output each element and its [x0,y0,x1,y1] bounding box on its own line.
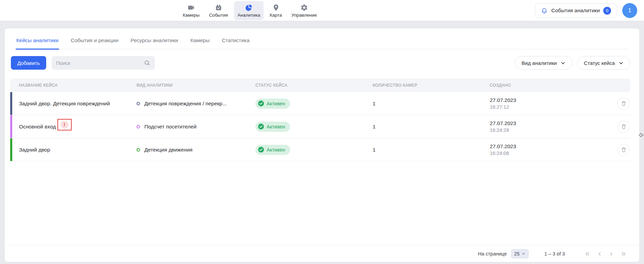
warning-annotation-box: ! [57,119,72,130]
events-count-badge: 0 [603,7,611,15]
add-button[interactable]: Добавить [11,56,46,70]
filter-label: Статус кейса [584,60,615,66]
analytics-type-label: Подсчет посетителей [144,124,197,130]
nav-item-events[interactable]: События [205,1,231,20]
first-page-button[interactable]: « [585,250,590,258]
analytics-events-button[interactable]: События аналитики 0 [535,3,617,18]
last-page-button[interactable]: » [621,250,626,258]
search-input[interactable] [56,60,144,66]
table-header: НАЗВАНИЕ КЕЙСА ВИД АНАЛИТИКИ СТАТУС КЕЙС… [10,78,630,92]
next-page-button[interactable]: › [610,250,613,258]
filters: Вид аналитики Статус кейса [515,56,630,70]
per-page-label: На странице [478,251,507,257]
search-field[interactable] [52,56,155,70]
tab-analytics-resources[interactable]: Ресурсы аналитики [130,35,179,49]
camera-count: 1 [373,124,490,130]
created-date: 27.07.2023 [490,97,609,103]
table-row[interactable]: Основной вход ! Подсчет посетителей Акти… [10,115,630,138]
analytics-type-label: Детекция движения [144,147,193,153]
filter-case-status[interactable]: Статус кейса [577,56,630,70]
analytics-cases-card: Кейсы аналитики События и реакции Ресурс… [5,29,639,262]
pie-chart-icon [245,4,253,12]
status-badge: Активен [255,122,290,132]
column-header-name: НАЗВАНИЕ КЕЙСА [10,83,137,88]
toolbar: Добавить Вид аналитики Статус кейса [5,49,639,70]
top-bar: Камеры События [0,0,644,21]
delete-button[interactable] [618,98,630,110]
cases-table: НАЗВАНИЕ КЕЙСА ВИД АНАЛИТИКИ СТАТУС КЕЙС… [10,78,630,161]
pagination-bar: На странице 25 1 – 3 of 3 « ‹ › » [5,245,639,262]
nav-item-management[interactable]: Управление [288,1,320,20]
analytics-type-icon [137,148,140,152]
nav-item-cameras[interactable]: Камеры [179,1,203,20]
cursor-artifact [639,133,644,138]
tab-analytics-cases[interactable]: Кейсы аналитики [16,35,59,49]
filter-label: Вид аналитики [522,60,557,66]
case-name: Основной вход [19,124,56,130]
per-page-value: 25 [514,251,520,257]
case-color-stripe [10,92,12,115]
status-badge: Активен [255,99,290,109]
chevron-down-icon [619,60,624,66]
nav-item-analytics[interactable]: Аналитика [234,1,264,20]
case-name: Задний двор [19,147,50,153]
analytics-type-label: Детекция повреждения / перекр... [144,101,227,107]
trash-icon [621,147,627,153]
main-navigation: Камеры События [179,0,320,21]
nav-label: Аналитика [237,13,260,18]
created-time: 16:27:12 [490,104,609,110]
column-header-created: СОЗДАНО [490,83,609,88]
chevron-down-icon [560,60,566,66]
filter-analytics-type[interactable]: Вид аналитики [515,56,573,70]
created-time: 16:24:28 [490,127,609,133]
table-row[interactable]: Задний двор. Детекция повреждений ! Дете… [10,92,630,115]
previous-page-button[interactable]: ‹ [598,250,601,258]
created-date: 27.07.2023 [490,120,609,126]
created-time: 16:24:08 [490,151,609,156]
check-circle-icon [258,124,264,129]
nav-label: События [209,13,228,18]
top-right-controls: События аналитики 0 1 [535,0,637,21]
case-color-stripe [10,115,12,138]
trash-icon [621,124,627,129]
search-icon [144,59,150,66]
tab-statistics[interactable]: Статистика [221,35,250,49]
warning-icon: ! [60,121,69,129]
camera-count: 1 [373,147,490,153]
gear-icon [300,4,308,12]
created-date: 27.07.2023 [490,143,609,149]
app-screen: Камеры События [0,0,644,264]
tab-events-reactions[interactable]: События и реакции [70,35,119,49]
check-circle-icon [258,101,264,106]
analytics-events-label: События аналитики [551,7,600,14]
chevron-down-icon [522,252,525,256]
map-pin-icon [272,4,280,12]
analytics-type-icon [137,125,140,128]
case-name: Задний двор. Детекция повреждений [19,101,110,107]
table-row[interactable]: Задний двор ! Детекция движения Активен [10,138,630,161]
video-camera-icon [187,4,195,12]
tab-cameras[interactable]: Камеры [190,35,210,49]
column-header-cameras: КОЛИЧЕСТВО КАМЕР [373,83,490,88]
status-label: Активен [267,147,285,153]
analytics-type-icon [137,102,140,105]
events-icon [214,4,222,12]
trash-icon [621,101,627,106]
avatar[interactable]: 1 [622,3,637,18]
column-header-type: ВИД АНАЛИТИКИ [137,83,255,88]
pager-buttons: « ‹ › » [585,250,626,258]
bell-icon [541,7,548,14]
delete-button[interactable] [618,144,630,156]
status-label: Активен [267,124,285,129]
per-page-select[interactable]: 25 [511,249,529,259]
case-color-stripe [10,138,12,161]
nav-item-map[interactable]: Карта [266,1,285,20]
status-label: Активен [267,101,285,106]
tab-bar: Кейсы аналитики События и реакции Ресурс… [16,29,628,49]
status-badge: Активен [255,145,290,155]
nav-label: Карта [270,13,282,18]
column-header-status: СТАТУС КЕЙСА [255,83,373,88]
camera-count: 1 [373,101,490,107]
delete-button[interactable] [618,121,630,133]
nav-label: Камеры [183,13,199,18]
